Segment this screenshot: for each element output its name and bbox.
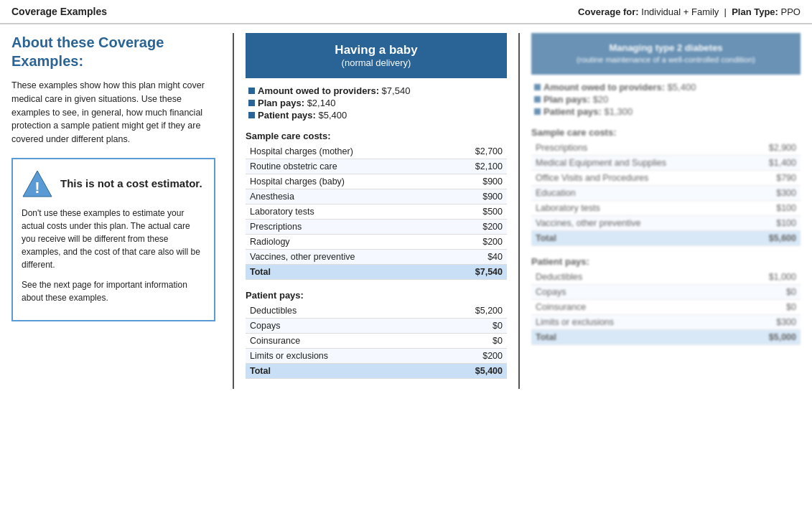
- diabetes-title: Managing type 2 diabetes: [537, 42, 795, 55]
- diabetes-summary-item-2: Patient pays: $1,300: [534, 106, 801, 117]
- item-label: Vaccines, other preventive: [246, 250, 444, 265]
- diabetes-bullet-2: [534, 108, 541, 115]
- description-text: These examples show how this plan might …: [11, 79, 215, 146]
- item-label: Copays: [246, 319, 430, 334]
- table-row: Copays$0: [531, 284, 801, 299]
- table-row: Total$5,400: [246, 364, 507, 379]
- warning-title: This is not a cost estimator.: [60, 177, 202, 191]
- item-cost: $100: [745, 215, 801, 230]
- baby-patient-pays-label: Patient pays:: [246, 290, 507, 301]
- item-cost: $200: [444, 235, 507, 250]
- table-row: Deductibles$1,000: [531, 270, 801, 285]
- item-cost: $300: [722, 314, 801, 329]
- baby-summary-label-2: Patient pays: $5,400: [258, 110, 347, 121]
- item-label: Total: [246, 265, 444, 280]
- header-right: Coverage for: Individual + Family | Plan…: [578, 6, 801, 17]
- warning-box: ! This is not a cost estimator. Don't us…: [11, 158, 215, 321]
- table-row: Total$5,000: [531, 329, 801, 344]
- table-row: Hospital charges (baby)$900: [246, 174, 507, 189]
- item-label: Total: [531, 329, 722, 344]
- coverage-label: Coverage for:: [578, 6, 639, 17]
- item-cost: $200: [430, 349, 507, 364]
- bullet-icon-1: [248, 100, 255, 106]
- item-label: Routine obstetric care: [246, 159, 444, 174]
- table-row: Total$7,540: [246, 265, 507, 280]
- diabetes-label-1: Plan pays: $20: [543, 94, 608, 105]
- item-cost: $200: [444, 220, 507, 235]
- item-cost: $5,600: [745, 230, 801, 245]
- baby-summary-label-1: Plan pays: $2,140: [258, 98, 335, 108]
- item-cost: $7,540: [444, 265, 507, 280]
- diabetes-subtitle: (routine maintenance of a well-controlle…: [537, 55, 795, 65]
- baby-summary-item-2: Patient pays: $5,400: [248, 110, 507, 121]
- table-row: Prescriptions$2,900: [531, 141, 801, 156]
- item-cost: $0: [722, 284, 801, 299]
- table-row: Hospital charges (mother)$2,700: [246, 144, 507, 159]
- table-row: Prescriptions$200: [246, 220, 507, 235]
- item-cost: $0: [430, 319, 507, 334]
- baby-summary-label-0: Amount owed to providers: $7,540: [258, 85, 410, 96]
- diabetes-bullet-1: [534, 96, 541, 103]
- item-label: Deductibles: [531, 270, 722, 285]
- diabetes-sample-care-label: Sample care costs:: [531, 127, 801, 138]
- table-row: Total$5,600: [531, 230, 801, 245]
- item-label: Laboratory tests: [246, 204, 444, 220]
- baby-example-header: Having a baby (normal delivery): [246, 33, 507, 78]
- baby-summary-list: Amount owed to providers: $7,540 Plan pa…: [246, 85, 507, 121]
- vertical-divider: [233, 33, 234, 389]
- plan-label: Plan Type:: [732, 6, 778, 17]
- table-row: Office Visits and Procedures$790: [531, 170, 801, 185]
- item-label: Coinsurance: [246, 334, 430, 349]
- plan-value: PPO: [781, 6, 801, 17]
- diabetes-patient-pays-table: Deductibles$1,000Copays$0Coinsurance$0Li…: [531, 270, 801, 345]
- item-label: Limits or exclusions: [246, 349, 430, 364]
- diabetes-example-header: Managing type 2 diabetes (routine mainte…: [531, 33, 801, 75]
- item-label: Limits or exclusions: [531, 314, 722, 329]
- left-column: About these Coverage Examples: These exa…: [11, 33, 227, 389]
- item-cost: $5,400: [430, 364, 507, 379]
- vertical-divider-2: [518, 33, 520, 389]
- baby-sample-care-table: Hospital charges (mother)$2,700Routine o…: [246, 144, 507, 280]
- item-cost: $0: [430, 334, 507, 349]
- coverage-value: Individual + Family: [641, 6, 719, 17]
- table-row: Coinsurance$0: [246, 334, 507, 349]
- diabetes-label-0: Amount owed to providers: $5,400: [543, 82, 696, 93]
- bullet-icon-2: [248, 112, 255, 118]
- diabetes-label-2: Patient pays: $1,300: [543, 106, 633, 117]
- main-content: About these Coverage Examples: These exa…: [0, 24, 812, 398]
- table-row: Education$300: [531, 185, 801, 200]
- warning-body1: Don't use these examples to estimate you…: [22, 207, 205, 271]
- item-label: Vaccines, other preventive: [531, 215, 745, 230]
- item-label: Hospital charges (baby): [246, 174, 444, 189]
- baby-example-column: Having a baby (normal delivery) Amount o…: [240, 33, 513, 389]
- warning-icon: !: [22, 168, 53, 199]
- item-cost: $1,400: [745, 155, 801, 170]
- table-row: Laboratory tests$500: [246, 204, 507, 220]
- diabetes-summary-item-1: Plan pays: $20: [534, 94, 801, 105]
- item-label: Hospital charges (mother): [246, 144, 444, 159]
- bullet-icon-0: [248, 88, 255, 94]
- item-label: Coinsurance: [531, 299, 722, 314]
- item-label: Copays: [531, 284, 722, 299]
- item-label: Laboratory tests: [531, 200, 745, 215]
- diabetes-sample-care-table: Prescriptions$2,900Medical Equipment and…: [531, 141, 801, 246]
- item-cost: $900: [444, 189, 507, 204]
- baby-summary-item-1: Plan pays: $2,140: [248, 98, 507, 108]
- item-cost: $40: [444, 250, 507, 265]
- baby-example-title: Having a baby: [251, 43, 501, 57]
- table-row: Routine obstetric care$2,100: [246, 159, 507, 174]
- item-cost: $790: [745, 170, 801, 185]
- item-cost: $300: [745, 185, 801, 200]
- page-title: Coverage Examples: [11, 6, 107, 17]
- item-label: Medical Equipment and Supplies: [531, 155, 745, 170]
- baby-sample-care-label: Sample care costs:: [246, 131, 507, 141]
- item-cost: $1,000: [722, 270, 801, 285]
- item-cost: $0: [722, 299, 801, 314]
- item-label: Radiology: [246, 235, 444, 250]
- item-label: Education: [531, 185, 745, 200]
- table-row: Vaccines, other preventive$40: [246, 250, 507, 265]
- section-title: About these Coverage Examples:: [11, 33, 215, 70]
- table-row: Medical Equipment and Supplies$1,400: [531, 155, 801, 170]
- table-row: Deductibles$5,200: [246, 304, 507, 319]
- warning-body2: See the next page for important informat…: [22, 278, 205, 304]
